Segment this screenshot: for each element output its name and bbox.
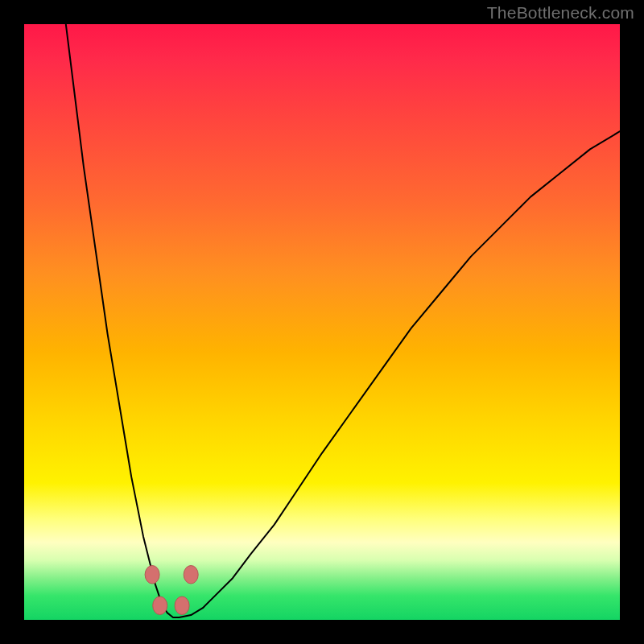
bottleneck-curve-path bbox=[66, 24, 620, 617]
curve-marker-2 bbox=[153, 597, 167, 615]
curve-marker-0 bbox=[145, 566, 159, 584]
curve-marker-1 bbox=[184, 566, 198, 584]
bottleneck-curve-svg bbox=[24, 24, 620, 620]
curve-markers bbox=[145, 566, 198, 615]
plot-area bbox=[24, 24, 620, 620]
watermark-text: TheBottleneck.com bbox=[487, 3, 634, 23]
chart-stage: TheBottleneck.com bbox=[0, 0, 644, 644]
curve-marker-3 bbox=[175, 597, 189, 615]
